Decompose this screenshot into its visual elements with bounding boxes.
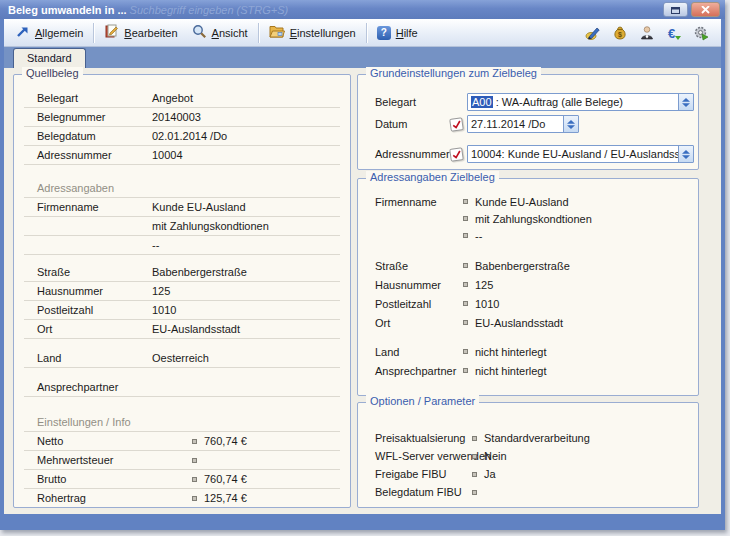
field-row-belegdatum: Belegdatum 02.01.2014 /Do	[24, 127, 340, 146]
field-row: --	[358, 227, 698, 244]
value-marker-icon	[463, 368, 468, 373]
magnifier-icon	[192, 24, 207, 41]
toolbar-separator	[258, 23, 259, 43]
folder-settings-icon	[269, 25, 285, 41]
toolbar: Allgemein Bearbeiten Ansicht Einstellung…	[4, 19, 721, 47]
value-marker-icon	[472, 472, 477, 477]
value-marker-icon	[472, 454, 477, 459]
field-row-mehrwertsteuer: Mehrwertsteuer	[24, 451, 340, 470]
toolbar-item-label: Einstellungen	[290, 27, 356, 39]
value-marker-icon	[192, 477, 197, 482]
field-row: mit Zahlungskondtionen	[358, 210, 698, 227]
field-row-hausnummer: Hausnummer 125	[24, 282, 340, 301]
field-row-freigabe-fibu: Freigabe FIBU Ja	[358, 465, 698, 483]
tabstrip: Standard	[4, 47, 721, 68]
value-marker-icon	[463, 263, 468, 268]
restore-button[interactable]	[663, 2, 688, 17]
field-row-belegnummer: Belegnummer 20140003	[24, 108, 340, 127]
field-row-strasse: Straße Babenbergerstraße	[24, 263, 340, 282]
quellbeleg-panel: Quellbeleg Belegart Angebot Belegnummer …	[13, 74, 351, 508]
tab-page-standard: Quellbeleg Belegart Angebot Belegnummer …	[4, 68, 721, 514]
dropdown-spinner-icon[interactable]	[678, 146, 693, 162]
close-icon	[701, 4, 710, 16]
field-row-postleitzahl: Postleitzahl 1010	[24, 301, 340, 320]
field-row-belegart: Belegart Angebot	[24, 89, 340, 108]
value-marker-icon	[463, 320, 468, 325]
beleg-umwandeln-window: Beleg umwandeln in ... Suchbegriff einge…	[0, 0, 725, 530]
dropdown-spinner-icon[interactable]	[678, 94, 693, 110]
field-row-ziel-land: Land nicht hinterlegt	[358, 342, 698, 361]
help-icon: ?	[377, 26, 391, 40]
ziel-adresse-panel: Adressangaben Zielbeleg Firmenname Kunde…	[357, 178, 699, 396]
field-row-adressnummer: Adressnummer 10004	[24, 146, 340, 165]
zielbeleg-settings-panel: Grundeinstellungen zum Zielbeleg Belegar…	[357, 74, 699, 170]
search-hint: Suchbegriff eingeben (STRG+S)	[130, 4, 289, 16]
value-marker-icon	[472, 436, 477, 441]
field-row: --	[24, 236, 340, 255]
value-marker-icon	[463, 199, 468, 204]
toolbar-item-label: Allgemein	[35, 27, 83, 39]
field-row-ziel-ort: Ort EU-Auslandsstadt	[358, 313, 698, 332]
section-header-einstellungen-info: Einstellungen / Info	[24, 413, 340, 432]
field-row-ort: Ort EU-Auslandsstadt	[24, 320, 340, 339]
toolbar-item-bearbeiten[interactable]: Bearbeiten	[97, 21, 184, 44]
field-row: mit Zahlungskondtionen	[24, 217, 340, 236]
value-marker-icon	[463, 233, 468, 238]
value-marker-icon	[192, 496, 197, 501]
contact-person-icon[interactable]	[639, 25, 655, 41]
toolbar-item-allgemein[interactable]: Allgemein	[8, 22, 90, 44]
field-row-land: Land Oesterreich	[24, 349, 340, 368]
value-marker-icon	[472, 490, 477, 495]
toolbar-item-hilfe[interactable]: ? Hilfe	[370, 23, 425, 43]
euro-icon[interactable]: €	[666, 25, 682, 41]
field-row-ziel-ansprechpartner: Ansprechpartner nicht hinterlegt	[358, 361, 698, 380]
belegart-combobox[interactable]: A00 : WA-Auftrag (alle Belege)	[467, 93, 694, 111]
restore-icon	[671, 4, 680, 16]
toolbar-item-label: Hilfe	[396, 27, 418, 39]
svg-text:$: $	[618, 30, 622, 38]
toolbar-item-ansicht[interactable]: Ansicht	[185, 21, 255, 44]
selected-text: A00	[471, 96, 493, 108]
value-marker-icon	[463, 349, 468, 354]
value-marker-icon	[463, 282, 468, 287]
field-row-ziel-hausnummer: Hausnummer 125	[358, 275, 698, 294]
process-export-icon[interactable]	[693, 25, 709, 41]
date-check-icon[interactable]	[449, 117, 464, 132]
field-row-belegdatum-fibu: Belegdatum FIBU	[358, 483, 698, 501]
toolbar-item-label: Bearbeiten	[124, 27, 177, 39]
close-button[interactable]	[691, 2, 720, 17]
tab-label: Standard	[27, 52, 72, 64]
field-row-preisaktualisierung: Preisaktualsierung Standardverarbeitung	[358, 429, 698, 447]
address-check-icon[interactable]	[449, 147, 464, 162]
field-row-netto: Netto 760,74 €	[24, 432, 340, 451]
window-title: Beleg umwandeln in ...	[8, 4, 127, 16]
value-marker-icon	[192, 439, 197, 444]
dropdown-spinner-icon[interactable]	[563, 116, 578, 132]
toolbar-separator	[366, 23, 367, 43]
toolbar-right-icons: $ €	[585, 25, 717, 41]
field-row-ziel-firmenname: Firmenname Kunde EU-Ausland	[358, 193, 698, 210]
toolbar-item-einstellungen[interactable]: Einstellungen	[262, 22, 363, 44]
field-row-ziel-postleitzahl: Postleitzahl 1010	[358, 294, 698, 313]
toolbar-separator	[93, 23, 94, 43]
field-row-wfl-server: WFL-Server verwenden Nein	[358, 447, 698, 465]
field-row-ziel-datum: Datum 27.11.2014 /Do	[375, 113, 698, 135]
field-row-ansprechpartner: Ansprechpartner	[24, 378, 340, 397]
field-row-ziel-belegart: Belegart A00 : WA-Auftrag (alle Belege)	[375, 91, 698, 113]
field-row-ziel-strasse: Straße Babenbergerstraße	[358, 256, 698, 275]
svg-text:€: €	[668, 25, 675, 40]
datum-spinbox[interactable]: 27.11.2014 /Do	[467, 115, 579, 133]
adressnummer-combobox[interactable]: 10004: Kunde EU-Ausland / EU-Auslandssta…	[467, 145, 694, 163]
section-header-adressangaben: Adressangaben	[24, 179, 340, 198]
value-marker-icon	[463, 216, 468, 221]
value-marker-icon	[192, 458, 197, 463]
field-row-brutto: Brutto 760,74 €	[24, 470, 340, 489]
optionen-panel: Optionen / Parameter Preisaktualsierung …	[357, 402, 699, 508]
toolbar-item-label: Ansicht	[212, 27, 248, 39]
value-marker-icon	[463, 301, 468, 306]
tab-standard[interactable]: Standard	[13, 48, 86, 68]
field-row-rohertrag: Rohertrag 125,74 €	[24, 489, 340, 507]
signature-pen-icon[interactable]	[585, 25, 601, 41]
field-row-ziel-adressnummer: Adressnummer 10004: Kunde EU-Ausland / E…	[375, 143, 698, 165]
money-bag-icon[interactable]: $	[612, 25, 628, 41]
